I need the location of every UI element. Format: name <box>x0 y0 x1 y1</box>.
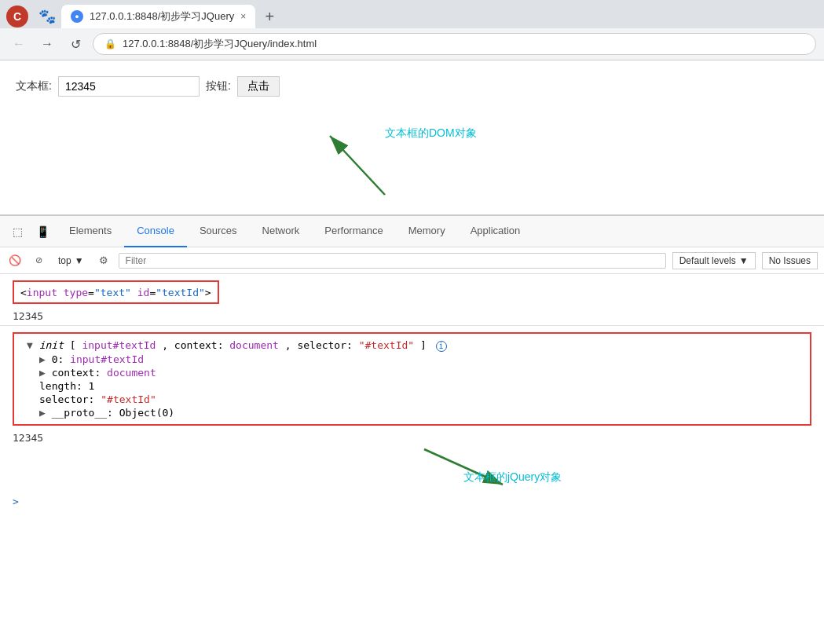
new-tab-button[interactable]: + <box>258 5 280 27</box>
annotation-area: 文本框的DOM对象 <box>0 112 824 214</box>
console-prompt[interactable]: > <box>0 492 824 510</box>
tab-close-button[interactable]: × <box>240 11 246 22</box>
context-label: top <box>58 255 71 266</box>
dom-output-text: <input type="text" id="textId"> <box>20 287 211 298</box>
jquery-context: ▶ context: document <box>27 366 797 379</box>
browser-chrome: C 🐾 ● 127.0.0.1:8848/初步学习JQuery × + ← → … <box>0 0 824 60</box>
console-toolbar: 🚫 ⊘ top ▼ ⚙ Default levels ▼ No Issues <box>0 247 824 274</box>
prompt-symbol: > <box>13 496 19 507</box>
browser-logo-c: C <box>6 5 28 27</box>
dom-output-box: <input type="text" id="textId"> <box>13 280 219 304</box>
browser-logo-paw: 🐾 <box>36 5 58 27</box>
tab-application[interactable]: Application <box>458 216 533 247</box>
tab-favicon: ● <box>71 10 83 23</box>
jquery-init-line: ▼ init [ input#textId , context: documen… <box>27 338 797 353</box>
back-button[interactable]: ← <box>8 33 30 55</box>
inspect-icon[interactable]: ⬚ <box>6 221 28 243</box>
devtools-panel: ⬚ 📱 Elements Console Sources Network Per… <box>0 214 824 512</box>
jquery-length: length: 1 <box>27 379 797 393</box>
address-bar: ← → ↺ 🔒 127.0.0.1:8848/初步学习JQuery/index.… <box>0 28 824 60</box>
jquery-proto: ▶ __proto__: Object(0) <box>27 406 797 419</box>
refresh-button[interactable]: ↺ <box>64 33 86 55</box>
text-field[interactable] <box>58 76 200 97</box>
tab-elements[interactable]: Elements <box>57 216 124 247</box>
no-issues-button[interactable]: No Issues <box>762 252 818 269</box>
tab-network[interactable]: Network <box>250 216 313 247</box>
jquery-selector: selector: "#textId" <box>27 393 797 406</box>
context-selector[interactable]: top ▼ <box>53 254 89 268</box>
console-value-2: 12345 <box>0 430 824 445</box>
context-dropdown-icon: ▼ <box>75 255 84 266</box>
console-output: <input type="text" id="textId"> 12345 ▼ … <box>0 274 824 512</box>
text-input-label: 文本框: <box>16 79 52 93</box>
lock-icon: 🔒 <box>104 38 116 49</box>
browser-tab[interactable]: ● 127.0.0.1:8848/初步学习JQuery × <box>61 5 255 28</box>
collapse-toggle[interactable]: ▼ <box>27 339 33 351</box>
tab-bar: C 🐾 ● 127.0.0.1:8848/初步学习JQuery × + <box>0 0 824 28</box>
annotation-arrow-up <box>259 120 416 207</box>
tab-memory[interactable]: Memory <box>396 216 458 247</box>
tab-sources[interactable]: Sources <box>187 216 250 247</box>
settings-icon[interactable]: ⚙ <box>95 252 112 269</box>
clear-console-button[interactable]: 🚫 <box>6 252 24 269</box>
page-content: 文本框: 按钮: 点击 <box>0 60 824 112</box>
levels-label: Default levels <box>679 255 736 266</box>
jquery-item-0: ▶ 0: input#textId <box>27 353 797 366</box>
annotation-arrow-down <box>361 445 558 492</box>
tab-performance[interactable]: Performance <box>312 216 395 247</box>
filter-button[interactable]: ⊘ <box>30 252 47 269</box>
levels-dropdown[interactable]: Default levels ▼ <box>672 252 756 269</box>
form-row: 文本框: 按钮: 点击 <box>16 76 808 97</box>
forward-button[interactable]: → <box>36 33 58 55</box>
tab-console[interactable]: Console <box>124 216 187 247</box>
devtools-tab-bar: ⬚ 📱 Elements Console Sources Network Per… <box>0 216 824 247</box>
url-bar[interactable]: 🔒 127.0.0.1:8848/初步学习JQuery/index.html <box>93 33 816 55</box>
console-filter-input[interactable] <box>119 253 666 269</box>
tab-title: 127.0.0.1:8848/初步学习JQuery <box>90 9 234 24</box>
button-label: 按钮: <box>206 79 231 93</box>
levels-arrow: ▼ <box>739 255 749 266</box>
url-text: 127.0.0.1:8848/初步学习JQuery/index.html <box>123 37 317 51</box>
console-value-1: 12345 <box>0 309 824 324</box>
click-button[interactable]: 点击 <box>237 76 280 97</box>
jquery-output-box: ▼ init [ input#textId , context: documen… <box>13 332 811 426</box>
jquery-annotation-label: 文本框的jQuery对象 <box>463 470 562 485</box>
separator <box>0 325 824 326</box>
device-icon[interactable]: 📱 <box>31 221 53 243</box>
